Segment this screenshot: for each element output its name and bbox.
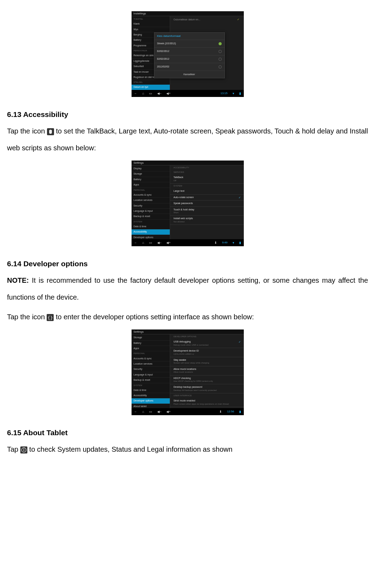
sidebar-item-active[interactable]: Datum en tyd bbox=[132, 85, 170, 90]
sidebar-item[interactable]: Battery bbox=[132, 341, 170, 346]
setting-row[interactable]: Development device IDCZVL-DVIC-URMO-U bbox=[170, 348, 244, 357]
download-icon: ⬇ bbox=[214, 241, 217, 245]
svg-point-5 bbox=[24, 449, 24, 449]
battery-icon: ▮ bbox=[239, 92, 241, 96]
screenshot-developer: Settings Storage Battery Apps PERSONAL A… bbox=[7, 329, 368, 419]
sidebar-item[interactable]: About tablet bbox=[132, 404, 170, 408]
sidebar-item[interactable]: Klank bbox=[132, 21, 170, 27]
setting-row[interactable]: HDCP checkingUse HDCP checking for DRM c… bbox=[170, 375, 244, 385]
section-head: USER INTERFACE bbox=[170, 393, 244, 398]
setting-row[interactable]: Install web scriptsNot allowed bbox=[170, 216, 244, 225]
vol-down-icon[interactable]: ◀− bbox=[157, 92, 161, 96]
navbar: ← ⌂ ▭ ◀− ◀+ ⬇ 12:56 ▮ bbox=[132, 408, 244, 415]
paragraph-accessibility: Tap the icon to set the TalkBack, Large … bbox=[7, 123, 368, 156]
dialog-title: Kies datumformaat bbox=[154, 33, 225, 40]
sidebar-item[interactable]: Security bbox=[132, 203, 170, 209]
svg-text:{}: {} bbox=[48, 315, 53, 320]
sidebar-item[interactable]: Apps bbox=[132, 182, 170, 188]
sidebar-item[interactable]: Display bbox=[132, 166, 170, 171]
recent-icon[interactable]: ▭ bbox=[149, 241, 152, 245]
sidebar-item[interactable]: Battery bbox=[132, 177, 170, 182]
side-head: STELSEL bbox=[132, 80, 170, 85]
screenshot-1: Instellings TOESTEL Klank Wys Berging Ba… bbox=[132, 11, 244, 97]
side-head: TOESTEL bbox=[132, 17, 170, 21]
section-head: SERVICES bbox=[170, 170, 244, 175]
wifi-icon: ▾ bbox=[233, 92, 234, 96]
sidebar-item[interactable]: Storage bbox=[132, 171, 170, 177]
sidebar-item[interactable]: Date & time bbox=[132, 388, 170, 393]
window-title: Settings bbox=[132, 329, 244, 334]
back-icon[interactable]: ← bbox=[134, 92, 138, 96]
svg-rect-6 bbox=[24, 450, 24, 451]
dialog-option[interactable]: 02/02/2012 bbox=[154, 55, 225, 63]
recent-icon[interactable]: ▭ bbox=[149, 92, 152, 96]
main-pane: Developer options USB debugging✓Debug mo… bbox=[170, 334, 244, 408]
side-head: SYSTEM bbox=[132, 383, 170, 388]
sidebar-item[interactable]: Wys bbox=[132, 27, 170, 32]
setting-row[interactable]: USB debugging✓Debug mode when USB is con… bbox=[170, 339, 244, 348]
section-head: SYSTEM bbox=[170, 184, 244, 188]
setting-row[interactable]: Touch & hold delayShort bbox=[170, 207, 244, 216]
back-icon[interactable]: ← bbox=[134, 410, 138, 414]
setting-row[interactable]: Outomatiese datum en...✓ bbox=[170, 16, 244, 23]
clock: 9:49 bbox=[222, 241, 228, 244]
heading-about: 6.15 About Tablet bbox=[7, 427, 368, 438]
battery-icon: ▮ bbox=[239, 410, 241, 414]
sidebar-item[interactable]: Backup & reset bbox=[132, 378, 170, 383]
pane-title: Accessibility bbox=[170, 165, 244, 170]
sidebar-item[interactable]: Storage bbox=[132, 335, 170, 340]
battery-icon: ▮ bbox=[239, 241, 241, 245]
sidebar-item[interactable]: Location services bbox=[132, 361, 170, 367]
screenshot-accessibility: Settings Display Storage Battery Apps PE… bbox=[7, 161, 368, 250]
sidebar-item[interactable]: Language & input bbox=[132, 209, 170, 214]
side-head: PERSONAL bbox=[132, 188, 170, 192]
setting-row[interactable]: Pointer locationScreen overlay showing c… bbox=[170, 407, 244, 408]
sidebar-item[interactable]: Language & input bbox=[132, 372, 170, 378]
sidebar-item[interactable]: Date & time bbox=[132, 224, 170, 229]
sidebar-item[interactable]: Location services bbox=[132, 198, 170, 203]
clock: 12:56 bbox=[227, 410, 234, 413]
dialog-option[interactable]: 02/02/2012 bbox=[154, 48, 225, 55]
setting-row[interactable]: Strict mode enabledFlash screen when app… bbox=[170, 398, 244, 407]
home-icon[interactable]: ⌂ bbox=[142, 241, 144, 245]
vol-up-icon[interactable]: ◀+ bbox=[166, 241, 170, 245]
info-icon bbox=[20, 446, 27, 453]
sidebar-item-active[interactable]: Developer options bbox=[132, 398, 170, 404]
sidebar-item[interactable]: Accounts & sync bbox=[132, 356, 170, 361]
setting-row[interactable]: Speak passwords bbox=[170, 201, 244, 207]
navbar: ← ⌂ ▭ ◀− ◀+ ⬇ 9:49 ▾ ▮ bbox=[132, 239, 244, 246]
back-icon[interactable]: ← bbox=[134, 241, 138, 245]
recent-icon[interactable]: ▭ bbox=[149, 410, 152, 414]
vol-down-icon[interactable]: ◀− bbox=[157, 241, 161, 245]
setting-row[interactable]: Allow mock locationsAllow mock locations bbox=[170, 366, 244, 375]
check-icon: ✓ bbox=[239, 196, 241, 200]
setting-row[interactable]: Desktop backup passwordDesktop full back… bbox=[170, 384, 244, 393]
setting-row[interactable]: Large text bbox=[170, 188, 244, 194]
sidebar-item[interactable]: Accessibility bbox=[132, 393, 170, 398]
sidebar-item[interactable]: Apps bbox=[132, 346, 170, 351]
dialog-option[interactable]: 2012/02/02 bbox=[154, 63, 225, 71]
home-icon[interactable]: ⌂ bbox=[142, 92, 144, 96]
home-icon[interactable]: ⌂ bbox=[142, 410, 144, 414]
clock: 13:15 bbox=[220, 92, 227, 95]
sidebar-item-active[interactable]: Accessibility bbox=[132, 229, 170, 235]
sidebar-item[interactable]: Accounts & sync bbox=[132, 192, 170, 198]
dialog-option[interactable]: Streek (2/2/2012) bbox=[154, 40, 225, 48]
sidebar-item[interactable]: Backup & reset bbox=[132, 214, 170, 219]
window-title: Instellings bbox=[132, 11, 244, 16]
download-icon: ⬇ bbox=[219, 410, 222, 414]
screenshot-date-format: Instellings TOESTEL Klank Wys Berging Ba… bbox=[7, 11, 368, 100]
main-pane: Accessibility SERVICES TalkBackOff SYSTE… bbox=[170, 165, 244, 239]
setting-row[interactable]: Auto-rotate screen✓ bbox=[170, 195, 244, 201]
sidebar-item[interactable]: Developer options bbox=[132, 235, 170, 239]
setting-row[interactable]: Stay awakeScreen will never sleep while … bbox=[170, 357, 244, 366]
paragraph-about: Tap to check System updates, Status and … bbox=[7, 441, 368, 458]
paragraph-developer: Tap the icon {} to enter the developer o… bbox=[7, 308, 368, 325]
vol-up-icon[interactable]: ◀+ bbox=[166, 92, 170, 96]
vol-up-icon[interactable]: ◀+ bbox=[166, 410, 170, 414]
sidebar-item[interactable]: Security bbox=[132, 367, 170, 372]
setting-row[interactable]: TalkBackOff bbox=[170, 175, 244, 184]
dialog-cancel-button[interactable]: Kanselleer bbox=[154, 71, 225, 78]
vol-down-icon[interactable]: ◀− bbox=[157, 410, 161, 414]
window-title: Settings bbox=[132, 161, 244, 165]
